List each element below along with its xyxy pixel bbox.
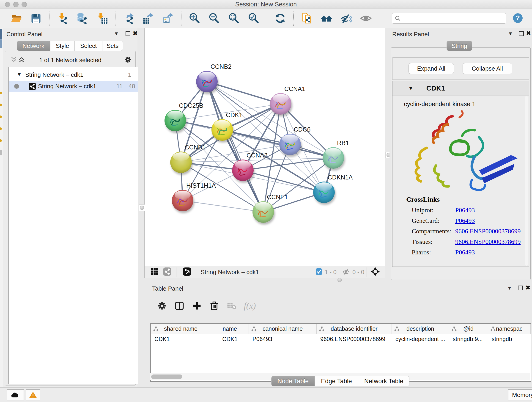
- left-splitter-handle[interactable]: [139, 204, 145, 211]
- tab-sets[interactable]: Sets: [102, 41, 123, 51]
- results-panel-float-icon[interactable]: [519, 31, 524, 36]
- crosslink-link[interactable]: P06493: [455, 217, 475, 224]
- network-node-ccna2[interactable]: [232, 160, 254, 181]
- show-columns-icon[interactable]: [173, 299, 186, 313]
- hidden-eye-icon[interactable]: [342, 268, 350, 277]
- table-hscroll-thumb[interactable]: [151, 375, 182, 379]
- help-icon[interactable]: ?: [512, 13, 523, 24]
- results-panel-close-icon[interactable]: ✖: [526, 30, 531, 37]
- control-panel-float-icon[interactable]: [126, 31, 130, 36]
- import-network-file-icon[interactable]: [55, 11, 70, 26]
- zoom-in-icon[interactable]: [187, 11, 202, 26]
- cloud-status-button[interactable]: [7, 389, 24, 400]
- selected-checkbox-icon[interactable]: [316, 268, 322, 276]
- warnings-button[interactable]: [26, 389, 40, 400]
- selected-count: 1 - 0: [325, 269, 336, 276]
- table-cell[interactable]: stringdb:9...: [449, 334, 488, 344]
- open-session-icon[interactable]: [9, 11, 24, 26]
- string-network-icon: [28, 83, 36, 92]
- network-node-ccna1[interactable]: [270, 93, 291, 115]
- results-panel-menu-icon[interactable]: ▼: [508, 31, 513, 37]
- export-image-icon[interactable]: [160, 11, 176, 26]
- save-session-icon[interactable]: [28, 11, 44, 26]
- column-header-name[interactable]: name: [211, 324, 249, 334]
- table-options-gear-icon[interactable]: [155, 299, 169, 313]
- search-input[interactable]: [403, 14, 506, 23]
- export-network-icon[interactable]: [121, 11, 136, 26]
- delete-column-trash-icon[interactable]: [208, 299, 221, 313]
- memory-button[interactable]: Memory: [508, 389, 532, 400]
- import-table-icon[interactable]: [94, 11, 109, 26]
- control-panel-menu-icon[interactable]: ▼: [114, 31, 119, 37]
- import-network-database-icon[interactable]: [75, 11, 90, 26]
- birdseye-view-icon[interactable]: [182, 267, 191, 277]
- expand-all-button[interactable]: Expand All: [409, 63, 454, 74]
- tab-select[interactable]: Select: [75, 41, 102, 51]
- first-neighbors-icon[interactable]: [319, 11, 334, 26]
- tab-style[interactable]: Style: [50, 41, 75, 51]
- table-cell[interactable]: P06493: [249, 334, 317, 344]
- tab-network[interactable]: Network: [17, 41, 50, 51]
- collection-expand-icon[interactable]: ▼: [17, 71, 22, 77]
- network-node-rb1[interactable]: [323, 147, 344, 169]
- network-node-ccnb2[interactable]: [196, 71, 218, 92]
- collection-label: String Network – cdk1: [25, 71, 83, 78]
- column-header-namespac[interactable]: namespac: [488, 324, 531, 334]
- gene-card-header[interactable]: ▼ CDK1: [393, 81, 529, 96]
- tab-string[interactable]: String: [447, 41, 472, 51]
- network-canvas[interactable]: CCNB2CCNA1CDC25BCDK1CDC6RB1CCNB1CCNA2CDK…: [145, 29, 385, 264]
- network-node-ccne1[interactable]: [253, 201, 274, 223]
- bottom-splitter-handle[interactable]: [336, 278, 343, 282]
- network-selection-status: 1 of 1 Network selected: [5, 57, 135, 64]
- refresh-icon[interactable]: [273, 11, 288, 26]
- table-panel-close-icon[interactable]: ✖: [525, 284, 530, 291]
- results-scrollbar[interactable]: [525, 96, 528, 266]
- table-cell[interactable]: 9606.ENSP00000378699: [317, 334, 392, 344]
- network-node-cdk1[interactable]: [211, 119, 233, 141]
- tab-node-table[interactable]: Node Table: [271, 376, 315, 386]
- crosslink-link[interactable]: 9606.ENSP00000378699: [455, 228, 520, 235]
- network-node-ccnb1[interactable]: [170, 152, 192, 173]
- control-panel-close-icon[interactable]: ✖: [133, 30, 138, 37]
- search-box[interactable]: [392, 13, 506, 24]
- svg-text:?: ?: [516, 14, 520, 22]
- network-node-cdc6[interactable]: [279, 134, 301, 155]
- network-options-gear-icon[interactable]: [124, 56, 132, 64]
- column-header--id[interactable]: @id: [449, 324, 488, 334]
- node-label-ccna2: CCNA2: [247, 152, 268, 159]
- show-all-icon[interactable]: [358, 11, 374, 26]
- grid-view-icon[interactable]: [151, 268, 159, 277]
- column-header-shared-name[interactable]: shared name: [151, 324, 211, 334]
- table-cell[interactable]: CDK1: [151, 334, 211, 344]
- export-table-icon[interactable]: [141, 11, 156, 26]
- network-node-hist1h1a[interactable]: [172, 190, 193, 211]
- zoom-fit-icon[interactable]: [226, 11, 241, 26]
- table-cell[interactable]: stringdb: [488, 334, 531, 344]
- tab-edge-table[interactable]: Edge Table: [315, 376, 358, 386]
- string-view-icon[interactable]: [163, 267, 172, 277]
- column-header-database-identifier[interactable]: database identifier: [317, 324, 392, 334]
- new-network-from-selection-icon[interactable]: [299, 11, 314, 26]
- network-edge: [207, 82, 281, 104]
- table-panel-menu-icon[interactable]: ▼: [507, 285, 512, 291]
- network-row[interactable]: String Network – cdk1 11 48: [9, 81, 138, 92]
- zoom-out-icon[interactable]: [207, 11, 222, 26]
- gene-collapse-icon[interactable]: ▼: [408, 85, 413, 91]
- network-node-cdkn1a[interactable]: [313, 182, 335, 203]
- column-header-description[interactable]: description: [392, 324, 449, 334]
- collapse-all-button[interactable]: Collapse All: [462, 63, 512, 74]
- hide-selected-icon[interactable]: [339, 11, 354, 26]
- table-cell[interactable]: cyclin-dependent ...: [392, 334, 449, 344]
- network-node-cdc25b[interactable]: [165, 110, 186, 131]
- zoom-selected-icon[interactable]: [246, 11, 261, 26]
- crosslink-link[interactable]: P06493: [455, 206, 475, 214]
- create-column-plus-icon[interactable]: [190, 299, 203, 313]
- crosslink-link[interactable]: 9606.ENSP00000378699: [455, 238, 520, 245]
- column-header-canonical-name[interactable]: canonical name: [249, 324, 317, 334]
- crosslink-link[interactable]: P06493: [455, 249, 475, 256]
- table-cell[interactable]: CDK1: [211, 334, 249, 344]
- tab-network-table[interactable]: Network Table: [358, 376, 410, 386]
- fit-selected-crosshair-icon[interactable]: [370, 267, 380, 277]
- table-panel-float-icon[interactable]: [518, 286, 523, 290]
- network-collection-row[interactable]: ▼ String Network – cdk1 1: [9, 69, 138, 81]
